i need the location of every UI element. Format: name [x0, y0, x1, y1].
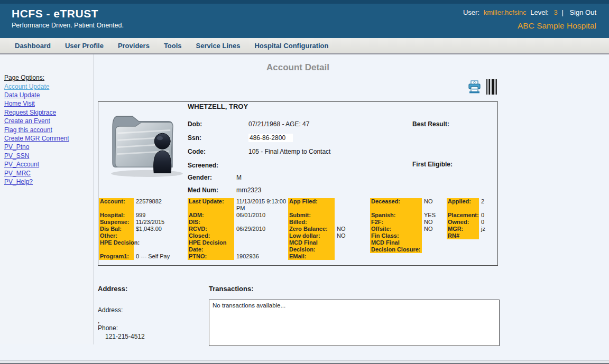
hospital-name: ABC Sample Hospital — [461, 21, 596, 31]
grid-label: Last Update: — [188, 198, 234, 205]
best-result-text: Best Result: — [412, 120, 449, 128]
sidebar-link-request-skiptrace[interactable]: Request Skiptrace — [4, 108, 90, 117]
sidebar-link-account-update[interactable]: Account Update — [4, 82, 90, 91]
patient-details-secondary: Gender:MMed Num:mrn2323 — [188, 174, 261, 199]
grid-label: App Filed: — [288, 198, 335, 205]
sidebar-link-pv-ptno[interactable]: PV_Ptno — [4, 143, 90, 151]
grid-value: 1902936 — [234, 253, 292, 260]
grid-label: Decision Closure: — [370, 246, 422, 253]
grid-value: $1,043.00 — [134, 226, 187, 232]
grid-label: Offsite: — [370, 226, 422, 232]
sidebar-link-pv-mrc[interactable]: PV_MRC — [4, 169, 90, 178]
grid-value — [479, 232, 497, 239]
sign-out-link[interactable]: Sign Out — [569, 8, 596, 16]
grid-label: Other: — [99, 232, 134, 239]
grid-label: Placement: — [447, 212, 479, 219]
sidebar-link-data-update[interactable]: Data Update — [4, 91, 90, 99]
patient-folder-icon — [105, 107, 189, 181]
grid-value: jz — [479, 226, 497, 232]
grid-value: 11/23/2015 — [134, 219, 187, 226]
grid-label: HPE Decision — [188, 239, 234, 246]
nav-item-service-lines[interactable]: Service Lines — [196, 42, 241, 50]
detail-label-screened: Screened: — [188, 162, 248, 169]
grid-label: Decision: — [288, 246, 335, 253]
sidebar-link-create-mgr-comment[interactable]: Create MGR Comment — [4, 134, 90, 143]
grid-label: Hospital: — [99, 212, 134, 219]
print-icon[interactable] — [467, 80, 482, 94]
patient-name: WHETZELL, TROY — [188, 102, 248, 110]
grid-value: 999 — [134, 212, 187, 219]
grid-label — [370, 205, 422, 212]
best-result-label: Best Result: — [412, 120, 449, 128]
address-label: Address: — [98, 306, 209, 314]
address-section: Address: Address: , Phone: 121-215-4512 — [98, 285, 209, 346]
grid-label: MGR: — [447, 226, 479, 232]
grid-value — [335, 198, 372, 205]
sidebar-link-home-visit[interactable]: Home Visit — [4, 99, 90, 108]
nav-item-user-profile[interactable]: User Profile — [65, 42, 104, 50]
grid-label: Account: — [99, 198, 134, 205]
grid-value: 2 — [479, 198, 497, 205]
detail-label-med-num: Med Num: — [188, 186, 236, 194]
grid-label: Fin Class: — [370, 232, 422, 239]
highlighted-value: 486-86-2800 — [248, 134, 293, 142]
nav-item-dashboard[interactable]: Dashboard — [15, 42, 51, 50]
grid-value: NO — [335, 232, 372, 239]
sidebar-link-pv-ssn[interactable]: PV_SSN — [4, 152, 90, 160]
grid-value: 22579882 — [134, 198, 187, 205]
grid-label — [188, 205, 234, 212]
app-title: HCFS - eTRUST — [12, 7, 124, 20]
first-eligible-label: First Eligible: — [412, 161, 453, 168]
detail-value-ssn: 486-86-2800 — [248, 134, 330, 142]
grid-value — [234, 239, 292, 246]
level-value: 3 — [554, 8, 558, 16]
account-grid-column-1: Account:22579882 Hospital:999Suspense:11… — [99, 198, 187, 260]
nav-item-tools[interactable]: Tools — [164, 42, 182, 50]
grid-label: Program1: — [99, 253, 134, 260]
grid-label: Closed: — [188, 232, 234, 239]
nav-item-providers[interactable]: Providers — [118, 42, 150, 50]
footer-strip — [0, 360, 609, 364]
grid-label: Spanish: — [370, 212, 422, 219]
grid-value: 06/29/2010 — [234, 226, 292, 232]
transactions-section: Transactions: No transactions available.… — [209, 285, 500, 346]
grid-value — [134, 232, 187, 239]
grid-value — [234, 246, 292, 253]
lower-section: Address: Address: , Phone: 121-215-4512 … — [98, 285, 498, 346]
transactions-empty-message: No transactions available... — [213, 302, 285, 309]
level-label: Level: — [530, 8, 549, 16]
nav-item-hospital-configuration[interactable]: Hospital Configuration — [254, 42, 328, 50]
transactions-panel: No transactions available... — [209, 300, 500, 346]
detail-label-ssn: Ssn: — [188, 134, 248, 142]
grid-label: PTNO: — [188, 253, 234, 260]
grid-label: Date: — [188, 246, 234, 253]
page-options-heading: Page Options: — [4, 73, 90, 82]
sidebar-link-flag-this-account[interactable]: Flag this account — [4, 126, 90, 134]
barcode-icon[interactable] — [486, 79, 497, 95]
grid-label — [99, 246, 134, 253]
grid-label — [288, 205, 335, 212]
grid-label: Zero Balance: — [288, 226, 335, 232]
grid-label: Deceased: — [370, 198, 422, 205]
sidebar-link-pv-help[interactable]: PV_Help? — [4, 178, 90, 186]
sidebar-link-create-an-event[interactable]: Create an Event — [4, 117, 90, 125]
page-body: Page Options: Account UpdateData UpdateH… — [0, 54, 609, 344]
grid-value — [134, 246, 187, 253]
page-title: Account Detail — [98, 62, 498, 73]
grid-label: Applied: — [447, 198, 479, 205]
grid-value — [335, 253, 372, 260]
detail-value-med-num: mrn2323 — [236, 186, 261, 194]
grid-label: Low dollar: — [288, 232, 335, 239]
grid-value — [335, 212, 372, 219]
grid-value: 0 --- Self Pay — [134, 253, 187, 260]
account-grid-column-3: App Filed: Submit: Billed: Zero Balance:… — [288, 198, 372, 260]
grid-value: 06/01/2010 — [234, 212, 292, 219]
address-heading: Address: — [98, 285, 209, 293]
grid-value — [422, 239, 454, 246]
account-grid-column-2: Last Update:11/13/2015 9:13:00 PMADM:06/… — [188, 198, 292, 260]
grid-label: ADM: — [188, 212, 234, 219]
grid-label — [99, 205, 134, 212]
grid-label: HPE Decision: — [99, 239, 134, 246]
sidebar-link-pv-account[interactable]: PV_Account — [4, 160, 90, 169]
main-content: Account Detail — [94, 54, 609, 344]
